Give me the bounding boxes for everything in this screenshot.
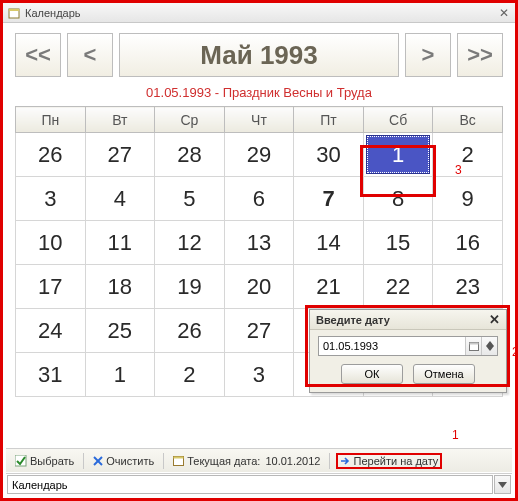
calendar-day[interactable]: 6 <box>224 177 294 221</box>
calendar-day[interactable]: 26 <box>155 309 225 353</box>
weekday-header: Пт <box>294 107 364 133</box>
separator <box>83 453 84 469</box>
calendar-day[interactable]: 30 <box>294 133 364 177</box>
annotation-3: 3 <box>455 163 462 177</box>
toolbar-goto-label: Перейти на дату <box>353 455 438 467</box>
calendar-day[interactable]: 2 <box>155 353 225 397</box>
window-title: Календарь <box>25 7 497 19</box>
dialog-ok-button[interactable]: ОК <box>341 364 403 384</box>
date-spinner[interactable] <box>481 337 497 355</box>
weekday-header: Вс <box>433 107 503 133</box>
dialog-titlebar: Введите дату ✕ <box>310 310 506 330</box>
date-input[interactable] <box>319 337 465 355</box>
svg-marker-11 <box>498 482 507 488</box>
toolbar-select[interactable]: Выбрать <box>12 454 77 468</box>
month-nav: << < Май 1993 > >> <box>15 33 503 77</box>
toolbar-clear[interactable]: Очистить <box>90 454 157 468</box>
date-picker-button[interactable] <box>465 337 481 355</box>
goto-date-dialog: Введите дату ✕ ОК Отмена <box>309 309 507 393</box>
month-label[interactable]: Май 1993 <box>119 33 399 77</box>
calendar-day[interactable]: 22 <box>363 265 433 309</box>
calendar-day[interactable]: 15 <box>363 221 433 265</box>
calendar-day[interactable]: 17 <box>16 265 86 309</box>
calendar-day[interactable]: 28 <box>155 133 225 177</box>
annotation-2: 2 <box>512 345 518 359</box>
goto-icon <box>340 456 350 466</box>
titlebar: Календарь ✕ <box>3 3 515 23</box>
next-year-button[interactable]: >> <box>457 33 503 77</box>
calendar-day[interactable]: 24 <box>16 309 86 353</box>
weekday-header: Чт <box>224 107 294 133</box>
weekday-header: Пн <box>16 107 86 133</box>
calendar-day[interactable]: 13 <box>224 221 294 265</box>
calendar-day[interactable]: 3 <box>16 177 86 221</box>
calendar-day[interactable]: 14 <box>294 221 364 265</box>
calendar-day[interactable]: 8 <box>363 177 433 221</box>
separator <box>163 453 164 469</box>
calendar-day[interactable]: 9 <box>433 177 503 221</box>
clear-icon <box>93 456 103 466</box>
calendar-day[interactable]: 27 <box>224 309 294 353</box>
dialog-cancel-button[interactable]: Отмена <box>413 364 475 384</box>
svg-marker-5 <box>486 346 494 351</box>
dialog-title: Введите дату <box>316 314 390 326</box>
calendar-day[interactable]: 1 <box>85 353 155 397</box>
svg-rect-10 <box>174 457 184 459</box>
calendar-day[interactable]: 31 <box>16 353 86 397</box>
calendar-day[interactable]: 12 <box>155 221 225 265</box>
calendar-day[interactable]: 20 <box>224 265 294 309</box>
footer-combo-row: Календарь <box>6 473 512 495</box>
toolbar-select-label: Выбрать <box>30 455 74 467</box>
toolbar-today-value: 10.01.2012 <box>265 455 320 467</box>
calendar-icon <box>173 455 184 466</box>
calendar-day[interactable]: 26 <box>16 133 86 177</box>
svg-rect-1 <box>9 9 19 11</box>
separator <box>329 453 330 469</box>
next-month-button[interactable]: > <box>405 33 451 77</box>
calendar-day[interactable]: 1 <box>363 133 433 177</box>
calendar-day[interactable]: 2 <box>433 133 503 177</box>
date-input-wrapper <box>318 336 498 356</box>
calendar-day[interactable]: 25 <box>85 309 155 353</box>
app-window: Календарь ✕ << < Май 1993 > >> 01.05.199… <box>0 0 518 501</box>
weekday-header: Сб <box>363 107 433 133</box>
toolbar-today-label: Текущая дата: <box>187 455 260 467</box>
calendar-day[interactable]: 3 <box>224 353 294 397</box>
prev-year-button[interactable]: << <box>15 33 61 77</box>
calendar-day[interactable]: 7 <box>294 177 364 221</box>
calendar-day[interactable]: 10 <box>16 221 86 265</box>
toolbar: Выбрать Очистить Текущая дата: 10.01.201… <box>6 448 512 472</box>
calendar-day[interactable]: 18 <box>85 265 155 309</box>
calendar-day[interactable]: 4 <box>85 177 155 221</box>
calendar-day[interactable]: 23 <box>433 265 503 309</box>
weekday-header: Ср <box>155 107 225 133</box>
footer-combo[interactable]: Календарь <box>7 475 493 494</box>
footer-combo-value: Календарь <box>12 479 68 491</box>
app-icon <box>7 6 21 20</box>
weekday-header: Вт <box>85 107 155 133</box>
calendar-day[interactable]: 19 <box>155 265 225 309</box>
svg-rect-3 <box>469 343 478 345</box>
footer-combo-dropdown[interactable] <box>494 475 511 494</box>
check-icon <box>15 455 27 467</box>
toolbar-clear-label: Очистить <box>106 455 154 467</box>
toolbar-goto-date[interactable]: Перейти на дату <box>336 453 442 469</box>
prev-month-button[interactable]: < <box>67 33 113 77</box>
calendar-day[interactable]: 16 <box>433 221 503 265</box>
calendar-day[interactable]: 27 <box>85 133 155 177</box>
toolbar-today[interactable]: Текущая дата: 10.01.2012 <box>170 454 323 468</box>
dialog-close-button[interactable]: ✕ <box>489 312 500 327</box>
calendar-day[interactable]: 29 <box>224 133 294 177</box>
annotation-1: 1 <box>452 428 459 442</box>
calendar-day[interactable]: 5 <box>155 177 225 221</box>
holiday-line: 01.05.1993 - Праздник Весны и Труда <box>15 77 503 106</box>
calendar-day[interactable]: 11 <box>85 221 155 265</box>
window-close-button[interactable]: ✕ <box>497 6 511 20</box>
calendar-day[interactable]: 21 <box>294 265 364 309</box>
